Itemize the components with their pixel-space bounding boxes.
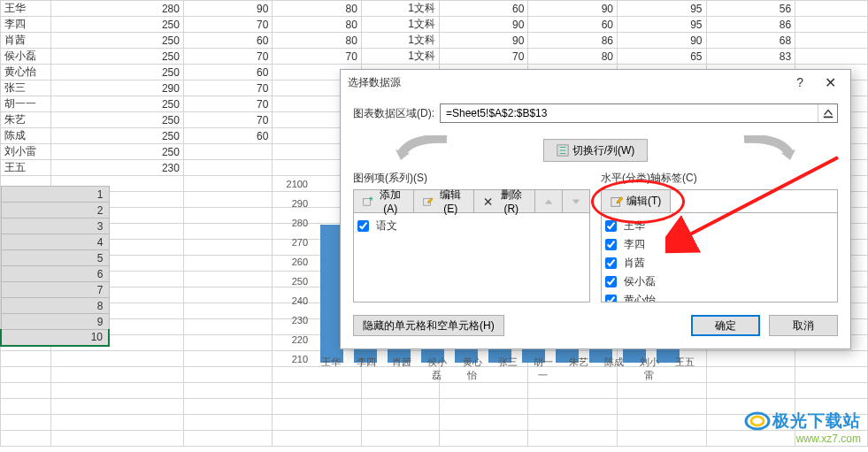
cell[interactable]: 290 <box>51 80 184 96</box>
cell[interactable]: 1文科 <box>361 1 439 17</box>
cell[interactable]: 1文科 <box>361 49 439 65</box>
cell-name[interactable]: 张三 <box>1 80 51 96</box>
cell-name[interactable]: 李四 <box>1 17 51 33</box>
hidden-cells-button[interactable]: 隐藏的单元格和空单元格(H) <box>353 315 504 336</box>
cell[interactable]: 280 <box>51 1 184 17</box>
cell[interactable]: 250 <box>51 33 184 49</box>
category-checkbox[interactable] <box>605 239 617 250</box>
series-item[interactable]: 语文 <box>357 217 586 235</box>
sel-cell[interactable]: 6 <box>1 266 109 282</box>
cell[interactable]: 68 <box>706 33 795 49</box>
cell[interactable]: 90 <box>439 33 528 49</box>
cell[interactable]: 1文科 <box>361 33 439 49</box>
cell[interactable]: 250 <box>51 128 184 144</box>
series-checkbox[interactable] <box>357 220 369 232</box>
sel-cell[interactable]: 2 <box>1 203 109 218</box>
cell[interactable]: 90 <box>528 1 618 17</box>
cell[interactable]: 70 <box>183 96 273 112</box>
cell[interactable]: 80 <box>528 49 618 65</box>
cell[interactable]: 86 <box>528 33 618 49</box>
cell-name[interactable]: 黄心怡 <box>1 65 51 80</box>
cell-name[interactable]: 刘小雷 <box>1 144 51 160</box>
cell[interactable]: 80 <box>273 17 362 33</box>
cell[interactable]: 250 <box>51 144 184 160</box>
cell[interactable]: 250 <box>51 96 184 112</box>
cell[interactable]: 95 <box>618 17 707 33</box>
move-down-button[interactable] <box>563 190 589 212</box>
cell[interactable]: 60 <box>528 17 618 33</box>
cell[interactable]: 86 <box>706 17 795 33</box>
cell[interactable] <box>795 17 868 33</box>
sel-cell[interactable]: 4 <box>1 234 109 250</box>
cell[interactable]: 65 <box>618 49 707 65</box>
cell[interactable]: 90 <box>618 33 707 49</box>
cell-name[interactable]: 陈成 <box>1 128 51 144</box>
chart-data-range-field[interactable] <box>440 103 838 123</box>
cell[interactable]: 70 <box>273 49 362 65</box>
sel-cell[interactable]: 10 <box>1 330 109 346</box>
add-series-button[interactable]: 添加(A) <box>354 190 414 212</box>
cell[interactable]: 60 <box>183 33 273 49</box>
cell[interactable]: 56 <box>706 1 795 17</box>
cell[interactable]: 60 <box>183 128 273 144</box>
range-picker-button[interactable] <box>818 104 837 122</box>
cell[interactable]: 250 <box>51 112 184 128</box>
cell[interactable]: 1文科 <box>361 17 439 33</box>
series-list[interactable]: 语文 <box>353 212 590 303</box>
cell[interactable]: 60 <box>439 1 528 17</box>
cell[interactable]: 80 <box>273 33 362 49</box>
cell[interactable]: 250 <box>51 17 184 33</box>
cell[interactable]: 95 <box>618 1 707 17</box>
sel-cell[interactable]: 5 <box>1 250 109 266</box>
cell-name[interactable]: 胡一一 <box>1 96 51 112</box>
close-button[interactable]: ✕ <box>818 74 843 91</box>
sel-cell[interactable]: 7 <box>1 282 109 298</box>
cancel-button[interactable]: 取消 <box>769 315 838 336</box>
sel-cell[interactable]: 3 <box>1 218 109 234</box>
category-item[interactable]: 王华 <box>605 217 833 235</box>
move-up-button[interactable] <box>535 190 563 212</box>
delete-series-button[interactable]: 删除(R) <box>474 190 535 212</box>
cell[interactable]: 70 <box>183 17 273 33</box>
cell[interactable]: 60 <box>183 65 273 80</box>
category-checkbox[interactable] <box>605 276 617 287</box>
cell[interactable]: 70 <box>439 49 528 65</box>
cell[interactable]: 70 <box>183 49 273 65</box>
category-item[interactable]: 侯小磊 <box>605 272 833 291</box>
category-item[interactable]: 黄心怡 <box>605 291 833 303</box>
cell[interactable] <box>795 49 868 65</box>
edit-series-button[interactable]: 编辑(E) <box>414 190 474 212</box>
cell[interactable]: 250 <box>51 65 184 80</box>
edit-category-button[interactable]: 编辑(T) <box>602 190 671 212</box>
cell[interactable] <box>795 33 868 49</box>
switch-row-col-button[interactable]: 切换行/列(W) <box>543 139 649 162</box>
cell[interactable]: 230 <box>51 160 184 176</box>
cell[interactable]: 90 <box>439 17 528 33</box>
category-item[interactable]: 肖茜 <box>605 254 833 272</box>
cell-name[interactable]: 朱艺 <box>1 112 51 128</box>
cell[interactable]: 83 <box>706 49 795 65</box>
cell-name[interactable]: 王五 <box>1 160 51 176</box>
chart-data-range-input[interactable] <box>441 104 818 122</box>
sel-cell[interactable]: 9 <box>1 314 109 330</box>
cell[interactable] <box>183 144 273 160</box>
cell-name[interactable]: 肖茜 <box>1 33 51 49</box>
category-checkbox[interactable] <box>605 257 617 269</box>
ok-button[interactable]: 确定 <box>691 315 760 336</box>
cell-name[interactable]: 王华 <box>1 1 51 17</box>
sel-cell[interactable]: 1 <box>1 187 109 203</box>
sel-cell[interactable]: 8 <box>1 298 109 314</box>
cell[interactable]: 80 <box>273 1 362 17</box>
category-checkbox[interactable] <box>605 295 617 303</box>
help-button[interactable]: ? <box>789 75 810 89</box>
category-list[interactable]: 王华李四肖茜侯小磊黄心怡 <box>601 212 838 303</box>
cell-name[interactable]: 侯小磊 <box>1 49 51 65</box>
cell[interactable]: 70 <box>183 112 273 128</box>
cell[interactable] <box>795 1 868 17</box>
cell[interactable]: 70 <box>183 80 273 96</box>
cell[interactable]: 90 <box>183 1 273 17</box>
category-item[interactable]: 李四 <box>605 235 833 254</box>
cell[interactable]: 250 <box>51 49 184 65</box>
category-checkbox[interactable] <box>605 220 617 232</box>
cell[interactable] <box>183 160 273 176</box>
